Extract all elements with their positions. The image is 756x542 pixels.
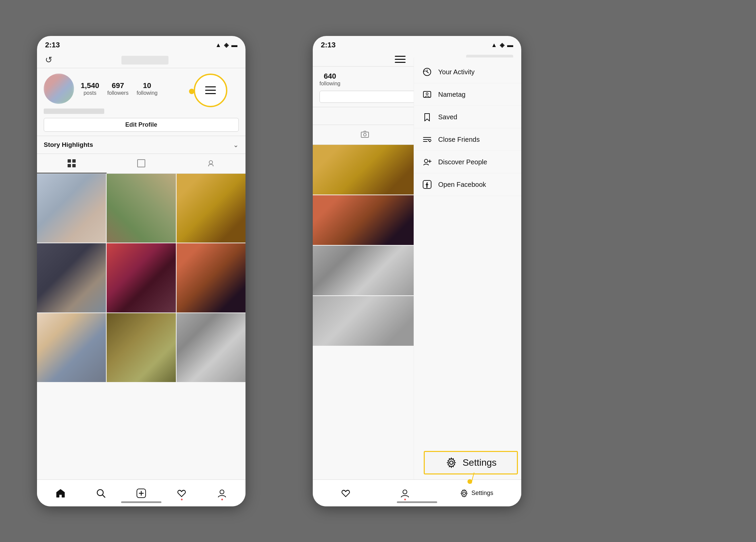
grid-partial-2 xyxy=(313,195,414,245)
yellow-dot-settings xyxy=(467,479,472,484)
svg-rect-2 xyxy=(68,164,71,167)
photo-grid-right-partial xyxy=(313,145,414,346)
grid-item-5[interactable] xyxy=(107,243,176,312)
nametag-icon xyxy=(422,89,432,99)
facebook-icon xyxy=(422,179,432,190)
svg-point-24 xyxy=(403,490,407,494)
signal-icon-r: ▲ xyxy=(491,42,497,49)
h-line-r1 xyxy=(395,56,406,57)
svg-point-17 xyxy=(426,93,428,95)
grid-icon xyxy=(67,159,76,168)
svg-point-11 xyxy=(220,490,224,494)
story-highlights-label: Story Highlights xyxy=(44,141,93,149)
grid-item-6[interactable] xyxy=(177,243,245,312)
hamburger-menu-icon[interactable] xyxy=(205,86,216,94)
svg-point-13 xyxy=(364,133,366,136)
tab-tagged[interactable] xyxy=(176,154,245,173)
hamburger-menu-right[interactable] xyxy=(395,56,406,63)
profile-dot-right xyxy=(404,499,406,500)
settings-highlight-box: Settings xyxy=(424,451,518,474)
history-icon[interactable]: ↺ xyxy=(45,55,52,65)
followers-count: 697 xyxy=(112,81,124,90)
grid-partial-3 xyxy=(313,246,414,295)
svg-point-25 xyxy=(463,492,465,495)
followers-label: followers xyxy=(107,90,128,96)
svg-line-7 xyxy=(103,495,105,497)
nav-add[interactable] xyxy=(133,485,150,502)
nav-bar-left: ↺ xyxy=(37,52,245,68)
svg-rect-12 xyxy=(361,132,369,137)
grid-item-7[interactable] xyxy=(37,313,106,382)
close-friends-icon xyxy=(422,134,432,144)
menu-item-your-activity[interactable]: Your Activity xyxy=(414,61,521,83)
nav-home[interactable] xyxy=(52,485,69,502)
following-stat-right: 640 following xyxy=(319,72,340,87)
avatar-left xyxy=(44,74,74,104)
home-indicator-left xyxy=(121,501,161,503)
menu-item-saved[interactable]: Saved xyxy=(414,106,521,128)
grid-item-1[interactable] xyxy=(37,174,106,243)
story-highlights-left[interactable]: Story Highlights ⌄ xyxy=(37,136,245,154)
grid-item-4[interactable] xyxy=(37,243,106,312)
tab-portrait[interactable] xyxy=(107,154,176,173)
h-line-r2 xyxy=(395,59,406,60)
edit-profile-button[interactable]: Edit Profile xyxy=(44,118,239,132)
nav-heart-right[interactable] xyxy=(337,485,354,502)
menu-label-open-facebook: Open Facebook xyxy=(438,181,486,189)
menu-label-saved: Saved xyxy=(438,113,457,121)
grid-item-3[interactable] xyxy=(177,174,245,243)
grid-partial-4 xyxy=(313,296,414,346)
nav-profile-right[interactable] xyxy=(396,485,413,502)
activity-icon xyxy=(422,67,432,77)
h-line-r3 xyxy=(395,62,406,63)
settings-label-bottom: Settings xyxy=(471,490,493,497)
menu-item-open-facebook[interactable]: Open Facebook xyxy=(414,173,521,196)
svg-rect-3 xyxy=(72,164,76,167)
tab-switcher-left xyxy=(37,154,245,174)
discover-people-icon xyxy=(422,157,432,167)
time-left: 2:13 xyxy=(45,41,60,49)
menu-label-nametag: Nametag xyxy=(438,91,465,98)
svg-rect-1 xyxy=(72,159,76,163)
nav-profile[interactable] xyxy=(214,485,230,502)
profile-name-blur xyxy=(44,109,104,114)
menu-label-discover-people: Discover People xyxy=(438,158,487,166)
time-right: 2:13 xyxy=(321,41,336,49)
following-label-right: following xyxy=(319,81,340,87)
svg-rect-16 xyxy=(423,91,431,97)
camera-icon-right xyxy=(360,130,370,139)
chevron-down-icon: ⌄ xyxy=(233,141,239,149)
bookmark-icon xyxy=(422,112,432,122)
home-indicator-right xyxy=(397,501,437,503)
status-bar-right: 2:13 ▲ ◈ ▬ xyxy=(313,36,521,52)
grid-item-8[interactable] xyxy=(107,313,176,382)
menu-label-close-friends: Close Friends xyxy=(438,136,480,143)
svg-point-23 xyxy=(450,461,453,464)
tab-grid[interactable] xyxy=(37,154,107,173)
menu-item-nametag[interactable]: Nametag xyxy=(414,83,521,106)
menu-item-close-friends[interactable]: Close Friends xyxy=(414,128,521,151)
nav-search[interactable] xyxy=(92,485,109,502)
svg-rect-0 xyxy=(68,159,71,163)
status-icons-right: ▲ ◈ ▬ xyxy=(491,41,513,49)
grid-item-2[interactable] xyxy=(107,174,176,243)
nav-settings-right[interactable]: Settings xyxy=(456,485,497,501)
username-blur-left xyxy=(121,56,168,65)
menu-item-discover-people[interactable]: Discover People xyxy=(414,151,521,173)
yellow-dot-menu xyxy=(189,89,194,94)
following-count: 10 xyxy=(143,81,151,90)
nav-heart[interactable] xyxy=(173,485,190,502)
following-label: following xyxy=(137,90,157,96)
grid-partial-1 xyxy=(313,145,414,195)
wifi-icon-r: ◈ xyxy=(500,41,504,49)
profile-notification-dot xyxy=(221,499,223,500)
dropdown-menu: Your Activity Nametag xyxy=(414,57,521,506)
tab-tagged-right[interactable] xyxy=(313,125,417,144)
grid-item-9[interactable] xyxy=(177,313,245,382)
wifi-icon: ◈ xyxy=(224,41,229,49)
following-count-right: 640 xyxy=(324,72,336,81)
signal-icon: ▲ xyxy=(215,42,221,49)
posts-stat: 1,540 posts xyxy=(81,81,99,96)
portrait-icon xyxy=(137,159,146,168)
battery-icon-r: ▬ xyxy=(507,42,513,49)
